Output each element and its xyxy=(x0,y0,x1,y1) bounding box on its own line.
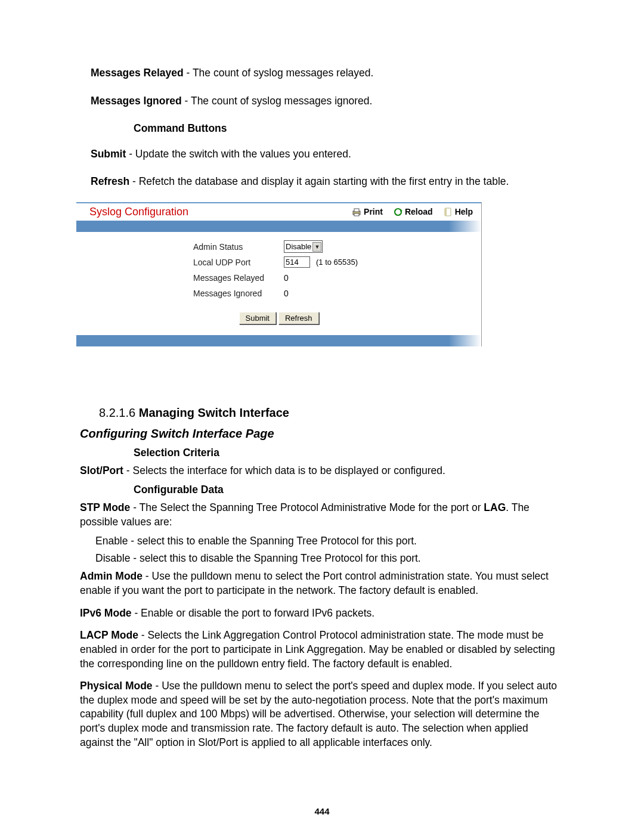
stp-enable-line: Enable - select this to enable the Spann… xyxy=(95,535,564,547)
value: 0 xyxy=(284,273,289,283)
row-messages-relayed: Messages Relayed 0 xyxy=(76,270,481,286)
stp-disable-line: Disable - select this to disable the Spa… xyxy=(95,552,564,565)
label: Messages Ignored xyxy=(193,289,284,298)
row-udp-port: Local UDP Port 514 (1 to 65535) xyxy=(76,255,481,270)
print-icon xyxy=(352,208,361,216)
sub-heading: Configuring Switch Interface Page xyxy=(80,427,564,441)
row-messages-ignored: Messages Ignored 0 xyxy=(76,286,481,301)
messages-ignored-def: Messages Ignored - The count of syslog m… xyxy=(91,94,553,109)
slot-port-def: Slot/Port - Selects the interface for wh… xyxy=(80,464,564,478)
desc: - Selects the Link Aggregation Control P… xyxy=(80,629,555,669)
lacp-mode-def: LACP Mode - Selects the Link Aggregation… xyxy=(80,628,564,671)
term: Admin Mode xyxy=(80,570,143,582)
term: Messages Relayed xyxy=(91,67,184,79)
desc: - The Select the Spanning Tree Protocol … xyxy=(130,501,484,513)
svg-rect-1 xyxy=(354,209,359,212)
svg-rect-2 xyxy=(354,213,359,216)
label: Messages Relayed xyxy=(193,273,284,283)
desc: - Update the switch with the values you … xyxy=(126,148,351,160)
svg-rect-6 xyxy=(445,208,447,216)
range-hint: (1 to 65535) xyxy=(310,258,358,267)
selection-criteria-heading: Selection Criteria xyxy=(134,447,564,459)
submit-def: Submit - Update the switch with the valu… xyxy=(91,147,553,162)
term: Submit xyxy=(91,148,126,160)
reload-button[interactable]: Reload xyxy=(394,207,433,216)
row-admin-status: Admin Status Disable ▼ xyxy=(76,239,481,255)
term: Messages Ignored xyxy=(91,95,182,107)
term: Slot/Port xyxy=(80,465,123,476)
desc: - Enable or disable the port to forward … xyxy=(132,607,375,619)
desc: - Use the pulldown menu to select the Po… xyxy=(80,570,549,596)
label: Print xyxy=(364,207,383,216)
ipv6-mode-def: IPv6 Mode - Enable or disable the port t… xyxy=(80,606,564,621)
desc: - The count of syslog messages relayed. xyxy=(184,67,374,79)
term: IPv6 Mode xyxy=(80,607,132,619)
lag-term: LAG xyxy=(484,501,506,513)
command-buttons-heading: Command Buttons xyxy=(134,121,564,136)
configurable-data-heading: Configurable Data xyxy=(134,484,564,496)
term: Refresh xyxy=(91,175,129,187)
section-title: Managing Switch Interface xyxy=(139,406,289,419)
label: Admin Status xyxy=(193,242,284,252)
label: Local UDP Port xyxy=(193,258,284,267)
stp-mode-def: STP Mode - The Select the Spanning Tree … xyxy=(80,501,564,529)
panel-title: Syslog Configuration xyxy=(89,206,188,218)
term: Physical Mode xyxy=(80,680,153,692)
selected-value: Disable xyxy=(286,242,312,251)
refresh-button[interactable]: Refresh xyxy=(278,312,319,324)
value: 0 xyxy=(284,289,289,298)
term: STP Mode xyxy=(80,501,130,513)
term: LACP Mode xyxy=(80,629,138,641)
print-button[interactable]: Print xyxy=(352,207,383,216)
page-number: 444 xyxy=(0,806,644,816)
reload-icon xyxy=(394,208,402,216)
udp-port-input[interactable]: 514 xyxy=(284,256,310,268)
help-icon xyxy=(444,208,453,216)
svg-point-3 xyxy=(395,209,401,215)
section-heading: 8.2.1.6 Managing Switch Interface xyxy=(99,406,564,420)
submit-button[interactable]: Submit xyxy=(239,312,276,324)
admin-mode-def: Admin Mode - Use the pulldown menu to se… xyxy=(80,569,564,597)
desc: - The count of syslog messages ignored. xyxy=(182,95,373,107)
panel-header: Syslog Configuration Print xyxy=(76,202,481,221)
divider xyxy=(76,221,481,232)
chevron-down-icon: ▼ xyxy=(312,242,321,252)
help-button[interactable]: Help xyxy=(444,207,473,216)
divider xyxy=(76,335,481,346)
messages-relayed-def: Messages Relayed - The count of syslog m… xyxy=(91,66,553,80)
syslog-config-screenshot: Syslog Configuration Print xyxy=(76,202,482,346)
desc: - Selects the interface for which data i… xyxy=(123,465,445,476)
label: Help xyxy=(455,207,473,216)
section-number: 8.2.1.6 xyxy=(99,406,139,419)
physical-mode-def: Physical Mode - Use the pulldown menu to… xyxy=(80,679,564,750)
refresh-def: Refresh - Refetch the database and displ… xyxy=(91,174,553,189)
label: Reload xyxy=(405,207,433,216)
desc: - Refetch the database and display it ag… xyxy=(129,175,509,187)
admin-status-select[interactable]: Disable ▼ xyxy=(284,240,323,253)
